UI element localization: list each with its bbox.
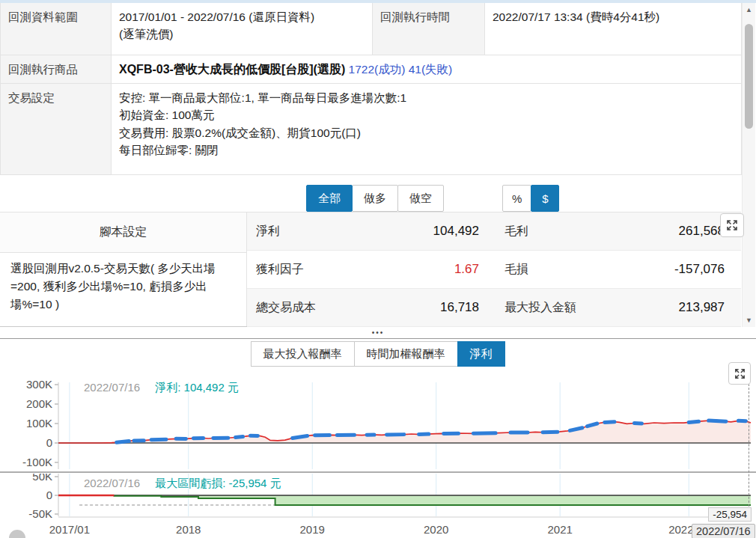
script-settings-header: 腳本設定 xyxy=(0,213,246,253)
filter-short-button[interactable]: 做空 xyxy=(397,185,444,212)
percent-toggle-button[interactable]: % xyxy=(502,185,531,212)
tab-time-weighted-return[interactable]: 時間加權報酬率 xyxy=(354,341,458,367)
x-axis-label: 2021 xyxy=(526,523,594,536)
svg-text:100K: 100K xyxy=(26,417,52,430)
exec-time-value: 2022/07/17 13:34 (費時4分41秒) xyxy=(485,3,742,55)
crosshair-date: 2022/07/16 xyxy=(84,381,140,394)
results-panel: 腳本設定 選股回測用v2.0.5-交易天數( 多少天出場=200, 獲利多少出場… xyxy=(0,212,741,327)
script-settings-text: 選股回測用v2.0.5-交易天數( 多少天出場=200, 獲利多少出場%=10,… xyxy=(0,253,246,320)
svg-text:50K: 50K xyxy=(32,474,52,483)
product-value: XQFB-03-營收大成長的低價股[台股](選股) 1722(成功) 41(失敗… xyxy=(112,55,742,84)
dollar-toggle-button[interactable]: $ xyxy=(531,185,559,212)
fullscreen-arrows-icon xyxy=(725,218,739,232)
crosshair-date-badge: 2022/07/16 xyxy=(692,524,755,538)
x-axis-label: 2018 xyxy=(155,523,222,536)
backtest-report-window: 回測資料範圍 2017/01/01 - 2022/07/16 (還原日資料) (… xyxy=(0,0,756,538)
stats-table: 淨利 104,492 毛利 261,568 獲利因子 1.67 毛損 -157,… xyxy=(247,213,741,326)
scroll-down-arrow-icon[interactable]: ▼ xyxy=(743,314,755,326)
chart-separator xyxy=(0,471,756,473)
filter-all-button[interactable]: 全部 xyxy=(306,185,353,212)
svg-text:0: 0 xyxy=(46,489,52,501)
tab-net-profit[interactable]: 淨利 xyxy=(457,341,505,367)
drawdown-annotation-value: 最大區間虧損: -25,954 元 xyxy=(155,477,281,489)
script-settings-panel: 腳本設定 選股回測用v2.0.5-交易天數( 多少天出場=200, 獲利多少出場… xyxy=(0,213,247,326)
drawdown-value-badge: -25,954 xyxy=(708,507,752,522)
chart-tab-row: 最大投入報酬率 時間加權報酬率 淨利 xyxy=(0,341,756,367)
stat-label-gross-loss: 毛損 xyxy=(496,251,642,289)
pane-splitter-handle[interactable]: ••• xyxy=(0,327,756,339)
vertical-scrollbar[interactable]: ▲ ▼ xyxy=(742,3,755,327)
scrollbar-thumb[interactable] xyxy=(745,24,753,129)
product-fail-link[interactable]: 41(失敗) xyxy=(409,63,453,76)
fullscreen-arrows-icon xyxy=(734,367,746,380)
filter-button-row: 全部 做多 做空 % $ xyxy=(0,185,756,212)
drawdown-annotation: 2022/07/16 最大區間虧損: -25,954 元 xyxy=(84,477,281,491)
backtest-info-table: 回測資料範圍 2017/01/01 - 2022/07/16 (還原日資料) (… xyxy=(0,3,742,175)
table-fullscreen-button[interactable] xyxy=(720,213,744,237)
stat-label-net-profit: 淨利 xyxy=(247,213,397,251)
product-label: 回測執行商品 xyxy=(1,55,112,84)
direction-filter-group: 全部 做多 做空 xyxy=(307,185,444,212)
svg-text:-100K: -100K xyxy=(22,456,52,468)
range-value-line1: 2017/01/01 - 2022/07/16 (還原日資料) xyxy=(119,8,365,25)
stat-value-max-invested: 213,987 xyxy=(642,289,741,327)
settings-line: 初始資金: 100萬元 xyxy=(119,106,734,123)
net-profit-annotation-value: 淨利: 104,492 元 xyxy=(155,381,239,394)
settings-value: 安控: 單一商品最大部位:1, 單一商品每日最多進場次數:1 初始資金: 100… xyxy=(112,84,742,175)
range-label: 回測資料範圍 xyxy=(1,3,112,55)
settings-line: 每日部位歸零: 關閉 xyxy=(119,141,734,159)
x-axis-label: 2019 xyxy=(278,523,346,536)
settings-line: 交易費用: 股票0.2%(成交金額)、期貨100元(口) xyxy=(119,124,734,141)
stat-value-total-cost: 16,718 xyxy=(397,289,496,327)
stat-label-gross-profit: 毛利 xyxy=(496,213,642,251)
svg-text:300K: 300K xyxy=(26,378,52,391)
range-value-line2: (逐筆洗價) xyxy=(119,25,365,43)
x-axis-label: 2020 xyxy=(403,523,470,536)
filter-long-button[interactable]: 做多 xyxy=(352,185,398,212)
stat-label-total-cost: 總交易成本 xyxy=(247,289,397,327)
svg-text:200K: 200K xyxy=(26,397,52,410)
x-axis-labels: 2017/0120182019202020212022/01 xyxy=(0,523,756,537)
stat-value-profit-factor: 1.67 xyxy=(397,251,496,289)
crosshair-line xyxy=(749,380,749,518)
stat-value-net-profit: 104,492 xyxy=(397,213,496,251)
stat-label-max-invested: 最大投入金額 xyxy=(496,289,642,327)
svg-text:-50K: -50K xyxy=(28,507,52,520)
settings-label: 交易設定 xyxy=(1,84,112,175)
settings-line: 安控: 單一商品最大部位:1, 單一商品每日最多進場次數:1 xyxy=(119,89,734,106)
svg-text:0: 0 xyxy=(46,436,52,449)
scroll-up-arrow-icon[interactable]: ▲ xyxy=(743,4,755,16)
x-axis-label: 2017/01 xyxy=(36,523,103,536)
net-profit-annotation: 2022/07/16 淨利: 104,492 元 xyxy=(84,381,239,395)
stat-value-gross-loss: -157,076 xyxy=(642,251,741,289)
unit-toggle-group: % $ xyxy=(503,185,559,212)
crosshair-date: 2022/07/16 xyxy=(84,477,140,489)
exec-time-label: 回測執行時間 xyxy=(373,3,485,55)
chart-fullscreen-button[interactable] xyxy=(728,362,751,385)
product-success-link[interactable]: 1722(成功) xyxy=(349,63,406,76)
tab-max-invested-return[interactable]: 最大投入報酬率 xyxy=(251,341,355,367)
stat-label-profit-factor: 獲利因子 xyxy=(247,251,397,289)
range-value: 2017/01/01 - 2022/07/16 (還原日資料) (逐筆洗價) xyxy=(112,3,373,55)
product-name: XQFB-03-營收大成長的低價股[台股](選股) xyxy=(119,63,345,76)
